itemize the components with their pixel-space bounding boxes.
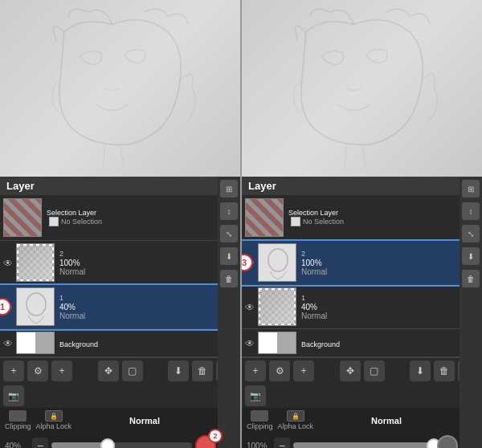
layer2-blend-right: Normal <box>301 267 456 276</box>
opacity-slider-row-right: 100% − + <box>242 433 482 448</box>
side-icons-right: ⊞ ↕ ⤡ ⬇ 🗑 <box>460 177 482 448</box>
move-btn-right[interactable]: ✥ <box>340 360 361 381</box>
bottom-toolbar-left: + ⚙ + ✥ ▢ ⬇ 🗑 ⋮ <box>0 357 240 384</box>
layer1-blend-right: Normal <box>301 312 456 320</box>
trash-btn[interactable]: 🗑 <box>192 360 213 381</box>
side-icon-top[interactable]: ⊞ <box>220 180 238 198</box>
side-icon-transform-right[interactable]: ⤡ <box>462 225 480 242</box>
bottom-toolbar-right: + ⚙ + ✥ ▢ ⬇ 🗑 ⋮ <box>242 357 482 384</box>
clipping-label-left: Clipping <box>5 422 31 430</box>
add-layer2-btn-right[interactable]: + <box>293 360 314 381</box>
layer1-thumb-left <box>16 287 55 326</box>
mode-label-left: Normal <box>76 416 213 426</box>
layer2-thumb-left <box>16 243 55 282</box>
layer2-num-right: 2 <box>301 250 456 258</box>
opacity-slider-left[interactable] <box>51 442 192 448</box>
slider-fill-right <box>293 442 434 448</box>
settings-btn[interactable]: ⚙ <box>27 360 48 381</box>
layer1-opacity-right: 40% <box>301 303 317 312</box>
add-layer2-btn[interactable]: + <box>51 360 72 381</box>
settings-btn-right[interactable]: ⚙ <box>269 360 290 381</box>
add-layer-btn-right[interactable]: + <box>245 360 266 381</box>
layer2-opacity-left: 100% <box>59 259 80 267</box>
bg-label-left: Background <box>59 340 98 348</box>
slider-fill-left <box>51 442 108 448</box>
side-icon-trash[interactable]: 🗑 <box>220 270 238 287</box>
down-btn-right[interactable]: ⬇ <box>410 360 431 381</box>
opacity-slider-row-left: 40% − 2 + <box>0 433 240 448</box>
bg-thumb-right <box>258 332 296 354</box>
bg-row-right[interactable]: Background <box>242 329 482 357</box>
layer1-num-left: 1 <box>59 294 214 302</box>
layer1-thumb-right <box>258 287 296 326</box>
side-icon-move-right[interactable]: ↕ <box>462 202 480 220</box>
side-icon-move[interactable]: ↕ <box>220 202 238 220</box>
selection-layer-thumb-right <box>245 198 284 237</box>
side-icon-down[interactable]: ⬇ <box>220 247 238 265</box>
layer1-row-right[interactable]: 1 40% Normal <box>242 285 482 329</box>
canvas-area-right <box>242 0 482 177</box>
layer2-num-left: 2 <box>59 250 214 258</box>
layer-header-text: Layer <box>6 180 35 192</box>
opacity-slider-right[interactable] <box>293 442 434 448</box>
add-layer-btn[interactable]: + <box>3 360 24 381</box>
layer2-row-right[interactable]: 3 2 100% Normal <box>242 241 482 285</box>
clipping-row-right: Clipping 🔒 Alpha Lock Normal ▲ <box>242 408 482 433</box>
camera-btn-right[interactable]: 📷 <box>245 385 266 406</box>
layer2-thumb-right <box>258 243 296 282</box>
mode-label-right: Normal <box>318 416 455 426</box>
down-btn[interactable]: ⬇ <box>168 360 189 381</box>
bg-thumb-left <box>16 332 55 354</box>
layer1-blend-left: Normal <box>59 312 214 320</box>
clipping-label-right: Clipping <box>247 422 273 430</box>
svg-point-0 <box>27 293 46 316</box>
selection-layer-name-right: Selection Layer <box>288 209 456 218</box>
layer1-row-left[interactable]: 1 1 40% Normal <box>0 285 240 329</box>
layer1-eye-right[interactable] <box>245 300 255 313</box>
selection-layer-row-left[interactable]: Selection Layer No Selection ⋮ <box>0 195 240 241</box>
no-selection-label: No Selection <box>61 218 102 226</box>
clipping-row-left: Clipping 🔒 Alpha Lock Normal ▲ <box>0 408 240 433</box>
select-btn[interactable]: ▢ <box>122 360 143 381</box>
selection-checkbox-right[interactable] <box>291 217 300 226</box>
selection-layer-name: Selection Layer <box>47 209 214 218</box>
side-icons-left: ⊞ ↕ ⤡ ⬇ 🗑 <box>218 177 240 448</box>
svg-point-1 <box>268 249 288 271</box>
alpha-lock-label-left: Alpha Lock <box>36 422 72 430</box>
layer-list-left: Selection Layer No Selection ⋮ 2 1 <box>0 195 240 357</box>
left-panel: Layer Selection Layer No Selection ⋮ <box>0 0 240 448</box>
side-icon-trash-right[interactable]: 🗑 <box>462 270 480 287</box>
layer2-blend-left: Normal <box>59 267 214 276</box>
trash-btn-right[interactable]: 🗑 <box>434 360 455 381</box>
camera-btn[interactable]: 📷 <box>3 385 24 406</box>
side-icon-down-right[interactable]: ⬇ <box>462 247 480 265</box>
bg-eye-left[interactable] <box>3 336 13 349</box>
opacity-minus-left[interactable]: − <box>32 438 48 448</box>
opacity-pct-left: 40% <box>5 442 29 449</box>
layer2-opacity-right: 100% <box>301 259 322 267</box>
layer1-num-right: 1 <box>301 294 456 302</box>
select-btn-right[interactable]: ▢ <box>364 360 385 381</box>
layer2-row-left[interactable]: 2 100% Normal <box>0 241 240 285</box>
layer-panel-left: Layer Selection Layer No Selection ⋮ <box>0 177 240 448</box>
layer-panel-right: Layer Selection Layer No Selection 3 <box>242 177 482 448</box>
selection-layer-row-right[interactable]: Selection Layer No Selection <box>242 195 482 241</box>
side-icon-transform[interactable]: ⤡ <box>220 225 238 242</box>
slider-thumb-left[interactable] <box>100 438 115 448</box>
alpha-lock-label-right: Alpha Lock <box>278 422 314 430</box>
side-icon-top-right[interactable]: ⊞ <box>462 180 480 198</box>
bg-label-right: Background <box>301 340 340 348</box>
layer-header-right: Layer <box>242 177 482 195</box>
no-selection-label-right: No Selection <box>303 218 344 226</box>
opacity-minus-right[interactable]: − <box>274 438 290 448</box>
bg-eye-right[interactable] <box>245 336 255 349</box>
selection-checkbox[interactable] <box>49 217 59 226</box>
move-btn[interactable]: ✥ <box>98 360 119 381</box>
circle-btn-right[interactable] <box>437 435 458 448</box>
layer-header-left: Layer <box>0 177 240 195</box>
bg-row-left[interactable]: Background <box>0 329 240 357</box>
layer2-eye-left[interactable] <box>3 256 13 269</box>
layer-list-right: Selection Layer No Selection 3 <box>242 195 482 357</box>
badge-2: 2 <box>208 429 223 443</box>
selection-layer-thumb <box>3 198 42 237</box>
